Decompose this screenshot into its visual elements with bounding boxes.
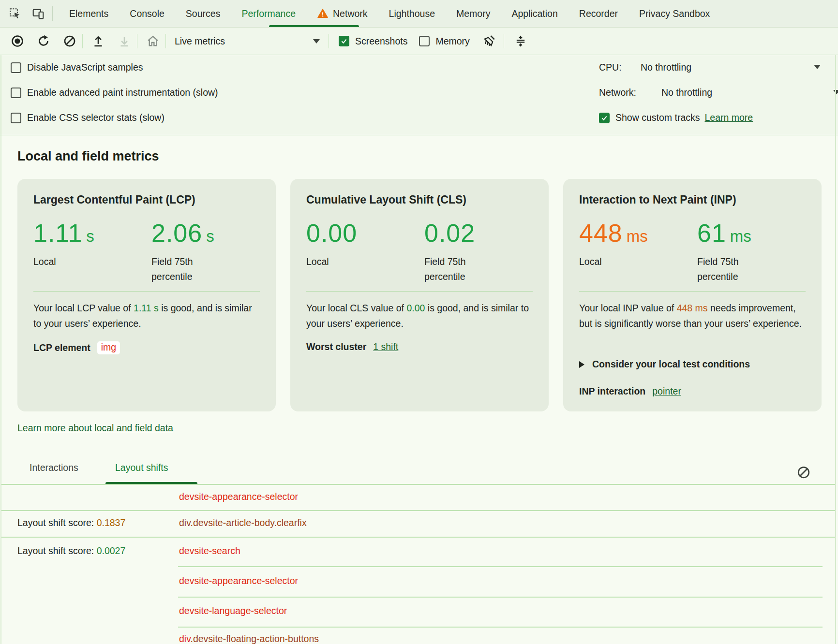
advanced-paint-checkbox[interactable]: Enable advanced paint instrumentation (s… [11, 87, 218, 98]
checkbox-unchecked-icon [11, 62, 21, 73]
checkbox-checked-icon [339, 36, 349, 46]
garbage-collect-icon[interactable] [481, 33, 497, 49]
worst-cluster-row: Worst cluster 1 shift [306, 341, 398, 352]
chevron-down-icon [313, 39, 320, 44]
inp-summary: Your local INP value of 448 ms needs imp… [579, 301, 807, 331]
live-metrics-home-icon[interactable] [145, 33, 161, 49]
checkbox-checked-icon [599, 113, 610, 123]
devtools-tabbar: Elements Console Sources Performance Net… [0, 0, 838, 28]
custom-tracks-label: Show custom tracks [615, 112, 700, 123]
tab-network[interactable]: Network [306, 0, 378, 27]
divider [306, 291, 533, 292]
lcp-field-value: 2.06s Field 75th percentile [151, 219, 224, 284]
tab-interactions[interactable]: Interactions [30, 462, 78, 473]
network-throttling-select[interactable]: No throttling [661, 87, 712, 98]
cls-field-value: 0.02 Field 75th percentile [424, 219, 497, 284]
lcp-summary: Your local LCP value of 1.11 s is good, … [33, 301, 261, 331]
panel-right-border [835, 55, 836, 644]
show-custom-tracks-checkbox[interactable]: Show custom tracks Learn more [599, 112, 753, 123]
divider [52, 6, 53, 21]
download-profile-icon [117, 33, 132, 49]
divider [178, 566, 823, 567]
divider [329, 34, 329, 48]
divider [33, 291, 260, 292]
record-icon[interactable] [10, 33, 25, 49]
tab-elements[interactable]: Elements [59, 0, 119, 27]
disable-js-samples-checkbox[interactable]: Disable JavaScript samples [11, 62, 143, 73]
lcp-card-title: Largest Contentful Paint (LCP) [33, 193, 195, 206]
worst-cluster-link[interactable]: 1 shift [373, 341, 398, 352]
inspect-cursor-icon[interactable] [7, 5, 23, 22]
checkbox-unchecked-icon [11, 88, 21, 98]
cls-card: Cumulative Layout Shift (CLS) 0.00 Local… [290, 179, 549, 411]
page-title: Local and field metrics [17, 149, 159, 164]
collapse-shortcuts-icon[interactable] [513, 33, 528, 49]
inp-field-value: 61ms Field 75th percentile [697, 219, 770, 284]
css-selector-stats-checkbox[interactable]: Enable CSS selector stats (slow) [11, 112, 165, 123]
divider [1, 537, 836, 538]
layout-shift-node-link[interactable]: devsite-appearance-selector [179, 491, 298, 502]
divider [178, 627, 823, 628]
cpu-throttling-select[interactable]: No throttling [641, 62, 691, 73]
lcp-local-value: 1.11s Local [33, 219, 106, 269]
reload-record-icon[interactable] [36, 33, 51, 49]
cpu-label: CPU: [599, 62, 622, 73]
tab-lighthouse[interactable]: Lighthouse [378, 0, 446, 27]
local-test-conditions-expander[interactable]: Consider your local test conditions [579, 359, 750, 370]
clear-log-icon[interactable] [796, 465, 811, 480]
tab-console[interactable]: Console [119, 0, 175, 27]
upload-profile-icon[interactable] [90, 33, 106, 49]
inp-card: Interaction to Next Paint (INP) 448ms Lo… [563, 179, 822, 411]
cls-card-title: Cumulative Layout Shift (CLS) [306, 193, 466, 206]
inp-interaction-row: INP interaction pointer [579, 386, 681, 397]
tab-sources[interactable]: Sources [175, 0, 231, 27]
tab-layout-shifts[interactable]: Layout shifts [115, 462, 168, 473]
live-metrics-label: Live metrics [175, 36, 225, 47]
layout-shift-node-link[interactable]: devsite-language-selector [179, 605, 287, 616]
lcp-element-node-link[interactable]: img [97, 341, 120, 354]
memory-label: Memory [435, 36, 469, 47]
layout-shift-score: Layout shift score: 0.0027 [17, 545, 125, 556]
tab-performance[interactable]: Performance [231, 0, 306, 27]
inp-local-value: 448ms Local [579, 219, 652, 269]
divider [82, 34, 83, 48]
cls-local-value: 0.00 Local [306, 219, 379, 269]
divider [137, 34, 137, 48]
layout-shift-node-link[interactable]: div.devsite-article-body.clearfix [179, 517, 307, 528]
layout-shift-node-link[interactable]: div.devsite-floating-action-buttons [179, 633, 319, 644]
checkbox-unchecked-icon [11, 113, 21, 123]
tab-memory[interactable]: Memory [446, 0, 501, 27]
cls-summary: Your local CLS value of 0.00 is good, an… [306, 301, 534, 331]
live-metrics-dropdown[interactable]: Live metrics [175, 36, 320, 47]
divider [1, 484, 836, 485]
lcp-card: Largest Contentful Paint (LCP) 1.11s Loc… [17, 179, 276, 411]
tab-application[interactable]: Application [501, 0, 568, 27]
device-toolbar-icon[interactable] [30, 5, 46, 22]
panel-left-border [0, 55, 1, 644]
inp-interaction-link[interactable]: pointer [652, 386, 681, 397]
live-metrics-view: Local and field metrics Largest Contentf… [0, 135, 838, 644]
divider [504, 34, 504, 48]
custom-tracks-learn-more-link[interactable]: Learn more [704, 112, 753, 123]
tab-privacy-sandbox[interactable]: Privacy Sandbox [628, 0, 720, 27]
inp-card-title: Interaction to Next Paint (INP) [579, 193, 736, 206]
layout-shift-node-link[interactable]: devsite-search [179, 545, 240, 556]
divider [579, 291, 806, 292]
network-label: Network: [599, 87, 636, 98]
divider [178, 597, 823, 598]
layout-shift-node-link[interactable]: devsite-appearance-selector [179, 575, 298, 586]
tab-recorder[interactable]: Recorder [569, 0, 628, 27]
chevron-down-icon[interactable] [814, 65, 821, 69]
layout-shift-score: Layout shift score: 0.1837 [17, 517, 125, 528]
local-field-data-learn-more-link[interactable]: Learn more about local and field data [17, 423, 173, 434]
screenshots-checkbox[interactable]: Screenshots [339, 36, 407, 47]
screenshots-label: Screenshots [355, 36, 407, 47]
panel-tabs: Elements Console Sources Performance Net… [59, 0, 720, 27]
capture-settings-section: Disable JavaScript samples Enable advanc… [0, 55, 838, 135]
lcp-element-row: LCP element img [33, 341, 120, 354]
checkbox-unchecked-icon [419, 36, 430, 46]
memory-checkbox[interactable]: Memory [419, 36, 469, 47]
triangle-right-icon [579, 361, 584, 368]
divider [1, 510, 836, 511]
clear-icon[interactable] [62, 33, 77, 49]
